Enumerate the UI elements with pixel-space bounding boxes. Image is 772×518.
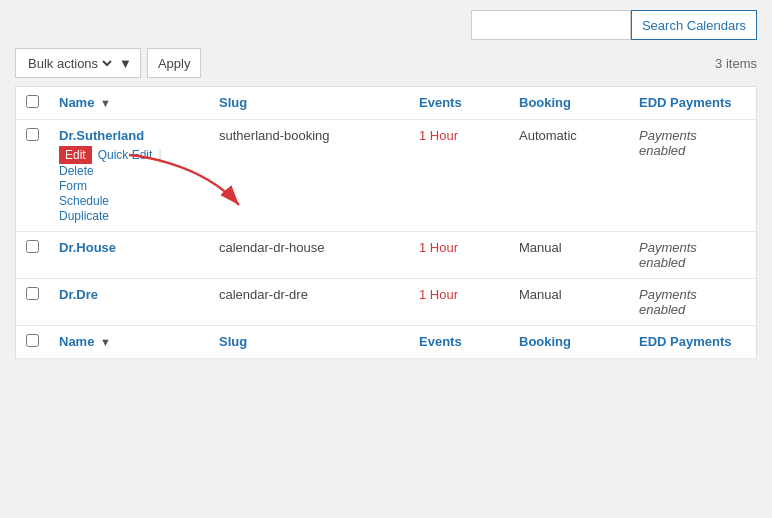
- bulk-actions-select[interactable]: Bulk actions: [24, 55, 115, 72]
- table-row: Dr.Sutherland Edit Quick Edit | Delete F…: [16, 120, 757, 232]
- row-name-cell: Dr.House: [49, 232, 209, 279]
- sub-actions: Delete Form Schedule Duplicate: [59, 164, 199, 223]
- edit-button[interactable]: Edit: [59, 146, 92, 164]
- row-edd-cell: Payments enabled: [629, 279, 757, 326]
- events-value: 1 Hour: [419, 287, 458, 302]
- row-slug-cell: sutherland-booking: [209, 120, 409, 232]
- table-row: Dr.Dre calendar-dr-dre 1 Hour Manual Pay…: [16, 279, 757, 326]
- calendar-name-link[interactable]: Dr.House: [59, 240, 116, 255]
- row-checkbox-cell: [16, 120, 50, 232]
- row-name-cell: Dr.Sutherland Edit Quick Edit | Delete F…: [49, 120, 209, 232]
- select-all-header: [16, 87, 50, 120]
- quick-edit-link[interactable]: Quick Edit: [94, 146, 157, 164]
- table-row: Dr.House calendar-dr-house 1 Hour Manual…: [16, 232, 757, 279]
- arrow-container: Dr.Sutherland Edit Quick Edit | Delete F…: [59, 128, 199, 223]
- col-footer-name[interactable]: Name ▼: [49, 326, 209, 359]
- row-booking-cell: Manual: [509, 232, 629, 279]
- row-edd-cell: Payments enabled: [629, 232, 757, 279]
- search-input[interactable]: [471, 10, 631, 40]
- row-events-cell: 1 Hour: [409, 232, 509, 279]
- col-header-name[interactable]: Name ▼: [49, 87, 209, 120]
- row-checkbox-cell: [16, 232, 50, 279]
- table-header-row: Name ▼ Slug Events Booking EDD Payments: [16, 87, 757, 120]
- events-value: 1 Hour: [419, 240, 458, 255]
- row-slug-cell: calendar-dr-house: [209, 232, 409, 279]
- delete-link[interactable]: Delete: [59, 164, 199, 178]
- row-checkbox[interactable]: [26, 240, 39, 253]
- select-all-footer: [16, 326, 50, 359]
- form-link[interactable]: Form: [59, 179, 199, 193]
- col-header-booking: Booking: [509, 87, 629, 120]
- col-header-events: Events: [409, 87, 509, 120]
- select-all-checkbox[interactable]: [26, 95, 39, 108]
- row-checkbox[interactable]: [26, 287, 39, 300]
- separator: |: [158, 148, 161, 162]
- row-events-cell: 1 Hour: [409, 120, 509, 232]
- calendars-table: Name ▼ Slug Events Booking EDD Payments …: [15, 86, 757, 359]
- search-calendars-button[interactable]: Search Calendars: [631, 10, 757, 40]
- duplicate-link[interactable]: Duplicate: [59, 209, 199, 223]
- edd-value: Payments enabled: [639, 128, 697, 158]
- row-actions: Edit Quick Edit |: [59, 146, 199, 164]
- row-checkbox[interactable]: [26, 128, 39, 141]
- edd-value: Payments enabled: [639, 287, 697, 317]
- row-checkbox-cell: [16, 279, 50, 326]
- bulk-actions-dropdown[interactable]: Bulk actions ▼: [15, 48, 141, 78]
- apply-button[interactable]: Apply: [147, 48, 202, 78]
- row-events-cell: 1 Hour: [409, 279, 509, 326]
- items-count: 3 items: [715, 56, 757, 71]
- sort-icon: ▼: [100, 97, 111, 109]
- edd-value: Payments enabled: [639, 240, 697, 270]
- action-bar: Bulk actions ▼ Apply 3 items: [15, 48, 757, 78]
- col-footer-events: Events: [409, 326, 509, 359]
- chevron-down-icon: ▼: [119, 56, 132, 71]
- events-value: 1 Hour: [419, 128, 458, 143]
- row-name-cell: Dr.Dre: [49, 279, 209, 326]
- row-edd-cell: Payments enabled: [629, 120, 757, 232]
- col-footer-slug: Slug: [209, 326, 409, 359]
- calendar-name-link[interactable]: Dr.Sutherland: [59, 128, 144, 143]
- search-area: Search Calendars: [471, 10, 757, 40]
- col-footer-edd: EDD Payments: [629, 326, 757, 359]
- col-header-edd: EDD Payments: [629, 87, 757, 120]
- top-bar: Search Calendars: [15, 10, 757, 40]
- bulk-area: Bulk actions ▼ Apply: [15, 48, 201, 78]
- calendar-name-link[interactable]: Dr.Dre: [59, 287, 98, 302]
- col-header-slug: Slug: [209, 87, 409, 120]
- row-booking-cell: Automatic: [509, 120, 629, 232]
- col-footer-booking: Booking: [509, 326, 629, 359]
- schedule-link[interactable]: Schedule: [59, 194, 199, 208]
- row-booking-cell: Manual: [509, 279, 629, 326]
- select-all-footer-checkbox[interactable]: [26, 334, 39, 347]
- table-footer-row: Name ▼ Slug Events Booking EDD Payments: [16, 326, 757, 359]
- row-slug-cell: calendar-dr-dre: [209, 279, 409, 326]
- sort-icon-footer: ▼: [100, 336, 111, 348]
